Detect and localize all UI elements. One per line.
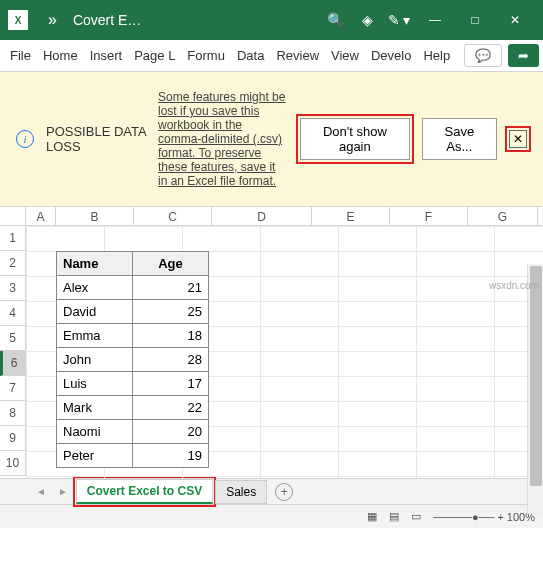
row-header[interactable]: 5 (0, 326, 26, 351)
header-age[interactable]: Age (133, 252, 209, 276)
document-name[interactable]: Covert E… (73, 12, 141, 28)
column-headers: A B C D E F G (0, 206, 543, 226)
zoom-slider[interactable]: ─────●── + 100% (433, 511, 535, 523)
ribbon-tabs: File Home Insert Page L Formu Data Revie… (0, 40, 543, 72)
title-bar: X » Covert E… 🔍 ◈ ✎ ▾ — □ ✕ (0, 0, 543, 40)
data-table: Name Age Alex21 David25 Emma18 John28 Lu… (56, 251, 209, 468)
draw-icon[interactable]: ✎ ▾ (383, 12, 415, 28)
tab-pagelayout[interactable]: Page L (128, 42, 181, 69)
close-message-icon[interactable]: ✕ (509, 130, 527, 148)
col-header-d[interactable]: D (212, 207, 312, 225)
diamond-icon[interactable]: ◈ (351, 12, 383, 28)
minimize-button[interactable]: — (415, 0, 455, 40)
view-page-icon[interactable]: ▤ (389, 510, 399, 523)
view-normal-icon[interactable]: ▦ (367, 510, 377, 523)
table-row: Luis17 (57, 372, 209, 396)
sheet-tab[interactable]: Sales (215, 480, 267, 504)
watermark: wsxdn.com (489, 280, 539, 291)
row-header[interactable]: 3 (0, 276, 26, 301)
table-row: David25 (57, 300, 209, 324)
spreadsheet-grid[interactable]: 1 2 3 4 5 6 7 8 9 10 Name Age Alex21 Dav… (0, 226, 543, 478)
new-sheet-button[interactable]: + (275, 483, 293, 501)
cell[interactable]: Naomi (57, 420, 133, 444)
sheet-nav-left-icon[interactable]: ◄ (30, 486, 52, 497)
cell[interactable]: 21 (133, 276, 209, 300)
col-header-g[interactable]: G (468, 207, 538, 225)
cell[interactable]: 17 (133, 372, 209, 396)
comments-button[interactable]: 💬 (464, 44, 502, 67)
cells-area[interactable]: Name Age Alex21 David25 Emma18 John28 Lu… (26, 226, 543, 478)
cell[interactable]: 25 (133, 300, 209, 324)
cell[interactable]: 19 (133, 444, 209, 468)
row-header[interactable]: 9 (0, 426, 26, 451)
cell[interactable]: Alex (57, 276, 133, 300)
row-header[interactable]: 4 (0, 301, 26, 326)
message-title: POSSIBLE DATA LOSS (46, 124, 146, 154)
cell[interactable]: Emma (57, 324, 133, 348)
tab-help[interactable]: Help (417, 42, 456, 69)
cell[interactable]: David (57, 300, 133, 324)
table-row: Alex21 (57, 276, 209, 300)
tab-file[interactable]: File (4, 42, 37, 69)
tab-data[interactable]: Data (231, 42, 270, 69)
status-bar: ▦ ▤ ▭ ─────●── + 100% (0, 504, 543, 528)
maximize-button[interactable]: □ (455, 0, 495, 40)
sheet-tabs: ◄ ► Covert Excel to CSV Sales + (0, 478, 543, 504)
cell[interactable]: Peter (57, 444, 133, 468)
cell[interactable]: Mark (57, 396, 133, 420)
select-all-cell[interactable] (0, 207, 26, 225)
table-header-row: Name Age (57, 252, 209, 276)
row-headers: 1 2 3 4 5 6 7 8 9 10 (0, 226, 26, 478)
row-header[interactable]: 10 (0, 451, 26, 476)
col-header-a[interactable]: A (26, 207, 56, 225)
row-header[interactable]: 7 (0, 376, 26, 401)
excel-app-icon[interactable]: X (8, 10, 28, 30)
tab-review[interactable]: Review (270, 42, 325, 69)
cell[interactable]: 22 (133, 396, 209, 420)
table-row: Emma18 (57, 324, 209, 348)
tab-view[interactable]: View (325, 42, 365, 69)
cell[interactable]: Luis (57, 372, 133, 396)
table-row: Peter19 (57, 444, 209, 468)
info-icon: i (16, 130, 34, 148)
cell[interactable]: John (57, 348, 133, 372)
vertical-scrollbar[interactable] (527, 264, 543, 514)
header-name[interactable]: Name (57, 252, 133, 276)
close-button[interactable]: ✕ (495, 0, 535, 40)
scroll-thumb[interactable] (530, 266, 542, 486)
dont-show-again-button[interactable]: Don't show again (300, 118, 410, 160)
message-bar: i POSSIBLE DATA LOSS Some features might… (0, 72, 543, 206)
view-break-icon[interactable]: ▭ (411, 510, 421, 523)
tab-formulas[interactable]: Formu (181, 42, 231, 69)
row-header[interactable]: 1 (0, 226, 26, 251)
table-row: Naomi20 (57, 420, 209, 444)
cell[interactable]: 18 (133, 324, 209, 348)
tab-home[interactable]: Home (37, 42, 84, 69)
cell[interactable]: 20 (133, 420, 209, 444)
save-as-button[interactable]: Save As... (422, 118, 497, 160)
window-buttons: — □ ✕ (415, 0, 535, 40)
row-header[interactable]: 6 (0, 351, 26, 376)
search-icon[interactable]: 🔍 (319, 12, 351, 28)
row-header[interactable]: 2 (0, 251, 26, 276)
row-header[interactable]: 8 (0, 401, 26, 426)
col-header-e[interactable]: E (312, 207, 390, 225)
col-header-b[interactable]: B (56, 207, 134, 225)
col-header-c[interactable]: C (134, 207, 212, 225)
sheet-tab-active[interactable]: Covert Excel to CSV (76, 479, 213, 504)
table-row: John28 (57, 348, 209, 372)
quick-access-dropdown[interactable]: » (40, 11, 65, 29)
message-text: Some features might be lost if you save … (158, 90, 288, 188)
sheet-nav-right-icon[interactable]: ► (52, 486, 74, 497)
cell[interactable]: 28 (133, 348, 209, 372)
table-row: Mark22 (57, 396, 209, 420)
tab-insert[interactable]: Insert (84, 42, 129, 69)
share-button[interactable]: ➦ (508, 44, 539, 67)
col-header-f[interactable]: F (390, 207, 468, 225)
tab-developer[interactable]: Develo (365, 42, 417, 69)
